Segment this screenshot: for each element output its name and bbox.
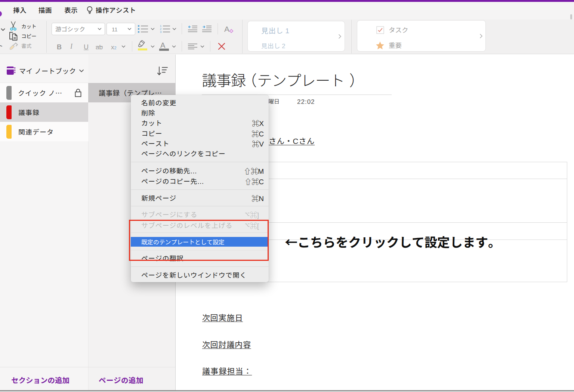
svg-text:3: 3	[160, 30, 161, 33]
